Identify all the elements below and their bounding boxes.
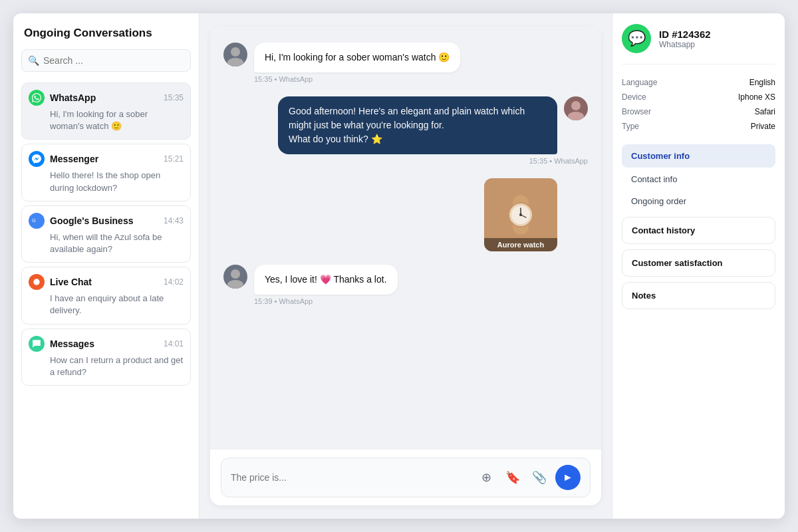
info-label-device: Device: [622, 92, 698, 102]
agent-avatar: [564, 96, 588, 120]
svg-point-12: [231, 269, 240, 279]
message-meta: 15:35 • WhatsApp: [223, 75, 588, 83]
right-panel: 💬 ID #124362 Whatsapp LanguageEnglishDev…: [612, 13, 785, 519]
info-value-type: Private: [700, 122, 776, 131]
conv-name-messages: Messages: [50, 338, 94, 349]
channel-icon-whatsapp: [29, 90, 45, 106]
watch-image: [494, 188, 547, 241]
conv-time-messages: 14:01: [164, 339, 184, 348]
tab-contact-info[interactable]: Contact info: [622, 169, 775, 190]
message-meta: 15:35 • WhatsApp: [223, 157, 588, 165]
send-button[interactable]: ►: [555, 465, 581, 490]
sidebar-title: Ongoing Conversations: [21, 27, 191, 40]
svg-point-4: [571, 101, 581, 110]
conversation-list: WhatsApp 15:35 Hi, I'm looking for a sob…: [21, 82, 191, 386]
conv-item-livechat[interactable]: Live Chat 14:02 I have an enquiry about …: [21, 267, 191, 324]
panel-section-notes[interactable]: Notes: [622, 282, 775, 309]
message-row: Yes, I love it! 💗 Thanks a lot.: [223, 265, 588, 295]
svg-point-3: [227, 58, 243, 66]
info-grid: LanguageEnglishDeviceIphone XSBrowserSaf…: [622, 78, 775, 131]
input-actions: ⊕ 🔖 📎 ►: [475, 465, 581, 490]
conv-name-messenger: Messenger: [50, 154, 98, 164]
channel-icon-livechat: [29, 274, 45, 290]
contact-header: 💬 ID #124362 Whatsapp: [622, 24, 775, 65]
info-value-language: English: [700, 78, 776, 87]
chat-area: Hi, I'm looking for a sober woman's watc…: [200, 13, 612, 519]
info-label-language: Language: [622, 78, 698, 87]
conv-preview-messenger: Hello there! Is the shop open during loc…: [29, 170, 184, 194]
tab-ongoing-order[interactable]: Ongoing order: [622, 191, 775, 211]
watch-card: Aurore watch: [484, 178, 557, 251]
conv-item-whatsapp[interactable]: WhatsApp 15:35 Hi, I'm looking for a sob…: [21, 82, 191, 140]
channel-icon-messages: [29, 336, 45, 352]
info-label-browser: Browser: [622, 107, 698, 116]
channel-icon-google: G: [29, 213, 45, 229]
app-container: Ongoing Conversations 🔍 WhatsApp 15:35 H…: [13, 13, 785, 519]
panel-tabs: Customer info Contact info Ongoing order: [622, 144, 775, 211]
chat-input-area: ⊕ 🔖 📎 ►: [210, 449, 601, 505]
message-group-incoming: Hi, I'm looking for a sober woman's watc…: [223, 43, 588, 83]
svg-point-5: [568, 112, 584, 120]
search-wrapper: 🔍: [21, 49, 191, 72]
bookmark-button[interactable]: 🔖: [502, 467, 523, 488]
message-bubble: Yes, I love it! 💗 Thanks a lot.: [254, 265, 398, 295]
image-card-group: Aurore watch: [223, 178, 588, 251]
svg-text:G: G: [32, 217, 36, 223]
chat-window: Hi, I'm looking for a sober woman's watc…: [210, 27, 601, 505]
user-avatar: [223, 43, 247, 66]
channel-icon-messenger: [29, 151, 45, 167]
conv-time-messenger: 15:21: [164, 154, 184, 164]
info-value-browser: Safari: [700, 107, 776, 116]
message-bubble: Hi, I'm looking for a sober woman's watc…: [254, 43, 460, 72]
message-group-outgoing: Good afternoon! Here's an elegant and pl…: [223, 96, 588, 165]
svg-point-13: [227, 280, 243, 289]
conv-time-livechat: 14:02: [164, 277, 184, 287]
conv-name-google: Google's Business: [50, 215, 133, 226]
conv-preview-google: Hi, when will the Azul sofa be available…: [29, 231, 184, 255]
conv-item-messenger[interactable]: Messenger 15:21 Hello there! Is the shop…: [21, 144, 191, 201]
panel-section-contact-history[interactable]: Contact history: [622, 217, 775, 244]
messages-container: Hi, I'm looking for a sober woman's watc…: [210, 27, 601, 449]
panel-sections: Contact historyCustomer satisfactionNote…: [622, 211, 775, 309]
add-button[interactable]: ⊕: [475, 467, 497, 488]
message-meta: 15:39 • WhatsApp: [223, 297, 588, 305]
info-value-device: Iphone XS: [700, 92, 776, 102]
message-row: Hi, I'm looking for a sober woman's watc…: [223, 43, 588, 72]
contact-id: ID #124362: [659, 29, 711, 40]
conv-name-whatsapp: WhatsApp: [50, 92, 96, 103]
info-label-type: Type: [622, 122, 698, 131]
message-bubble: Good afternoon! Here's an elegant and pl…: [278, 96, 557, 154]
message-input[interactable]: [231, 472, 469, 483]
conv-time-google: 14:43: [164, 216, 184, 225]
conv-item-messages[interactable]: Messages 14:01 How can I return a produc…: [21, 329, 191, 386]
conv-item-google[interactable]: G Google's Business 14:43 Hi, when will …: [21, 205, 191, 263]
input-row: ⊕ 🔖 📎 ►: [221, 458, 591, 497]
svg-point-11: [519, 213, 522, 216]
panel-section-customer-satisfaction[interactable]: Customer satisfaction: [622, 249, 775, 277]
sidebar: Ongoing Conversations 🔍 WhatsApp 15:35 H…: [13, 13, 200, 519]
search-icon: 🔍: [28, 55, 39, 66]
conv-time-whatsapp: 15:35: [164, 93, 184, 102]
search-input[interactable]: [21, 49, 191, 72]
svg-point-1: [33, 279, 39, 285]
message-row: Good afternoon! Here's an elegant and pl…: [223, 96, 588, 154]
contact-info: ID #124362 Whatsapp: [659, 29, 711, 49]
contact-platform: Whatsapp: [659, 40, 711, 49]
conv-preview-whatsapp: Hi, I'm looking for a sober woman's watc…: [29, 108, 184, 132]
svg-point-2: [231, 47, 240, 57]
attach-button[interactable]: 📎: [529, 467, 550, 488]
user-avatar: [223, 265, 247, 289]
tab-customer-info[interactable]: Customer info: [622, 144, 775, 168]
conv-preview-messages: How can I return a product and get a ref…: [29, 354, 184, 378]
contact-platform-icon: 💬: [622, 24, 651, 53]
message-group-incoming: Yes, I love it! 💗 Thanks a lot. 15:39 • …: [223, 265, 588, 305]
watch-card-label: Aurore watch: [484, 238, 557, 251]
conv-name-livechat: Live Chat: [50, 277, 92, 287]
conv-preview-livechat: I have an enquiry about a late delivery.: [29, 293, 184, 317]
